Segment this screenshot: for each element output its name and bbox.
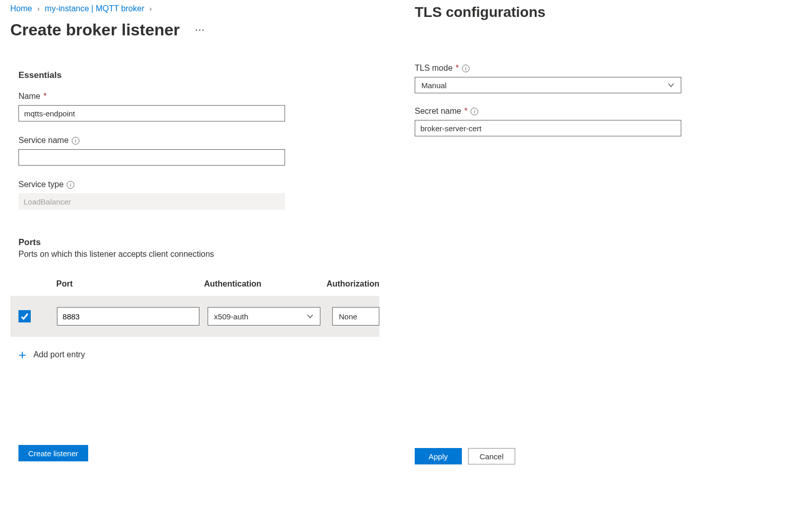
breadcrumb-instance[interactable]: my-instance | MQTT broker	[45, 4, 144, 13]
info-icon[interactable]: i	[471, 108, 478, 115]
chevron-right-icon: ›	[37, 5, 40, 13]
port-input[interactable]	[57, 307, 199, 326]
secret-name-label: Secret name* i	[415, 107, 791, 116]
apply-button[interactable]: Apply	[415, 448, 462, 464]
info-icon[interactable]: i	[462, 65, 470, 72]
service-type-input	[18, 193, 285, 210]
chevron-down-icon	[307, 313, 314, 320]
ports-subheading: Ports on which this listener accepts cli…	[10, 250, 379, 259]
plus-icon: +	[18, 348, 26, 361]
col-authz: Authorization	[327, 279, 379, 289]
panel-title: TLS configurations	[415, 4, 791, 21]
add-port-entry[interactable]: + Add port entry	[10, 337, 379, 361]
add-port-label: Add port entry	[33, 350, 85, 359]
breadcrumb: Home › my-instance | MQTT broker ›	[10, 2, 379, 21]
create-listener-button[interactable]: Create listener	[18, 445, 88, 461]
essentials-heading: Essentials	[10, 70, 379, 80]
col-auth: Authentication	[204, 279, 327, 289]
authorization-select[interactable]: None	[332, 307, 379, 326]
service-name-label: Service name i	[18, 136, 379, 145]
cancel-button[interactable]: Cancel	[468, 448, 516, 464]
authentication-select[interactable]: x509-auth	[208, 307, 320, 326]
info-icon[interactable]: i	[67, 181, 74, 189]
row-checkbox[interactable]	[18, 310, 31, 322]
secret-name-input[interactable]	[415, 120, 681, 136]
tls-mode-label: TLS mode* i	[415, 64, 791, 73]
chevron-down-icon	[667, 82, 675, 89]
info-icon[interactable]: i	[72, 137, 79, 145]
service-type-label: Service type i	[18, 180, 379, 189]
service-name-input[interactable]	[18, 149, 285, 166]
col-port: Port	[56, 279, 204, 289]
page-title: Create broker listener	[10, 21, 180, 39]
ports-table-header: Port Authentication Authorization	[10, 279, 379, 289]
tls-mode-select[interactable]: Manual	[415, 77, 681, 93]
ports-row: x509-auth None	[10, 296, 379, 337]
name-input[interactable]	[18, 105, 285, 121]
more-icon[interactable]: ···	[195, 26, 205, 35]
breadcrumb-home[interactable]: Home	[10, 4, 32, 13]
ports-heading: Ports	[10, 237, 379, 248]
chevron-right-icon: ›	[149, 5, 152, 13]
name-label: Name*	[18, 92, 379, 101]
